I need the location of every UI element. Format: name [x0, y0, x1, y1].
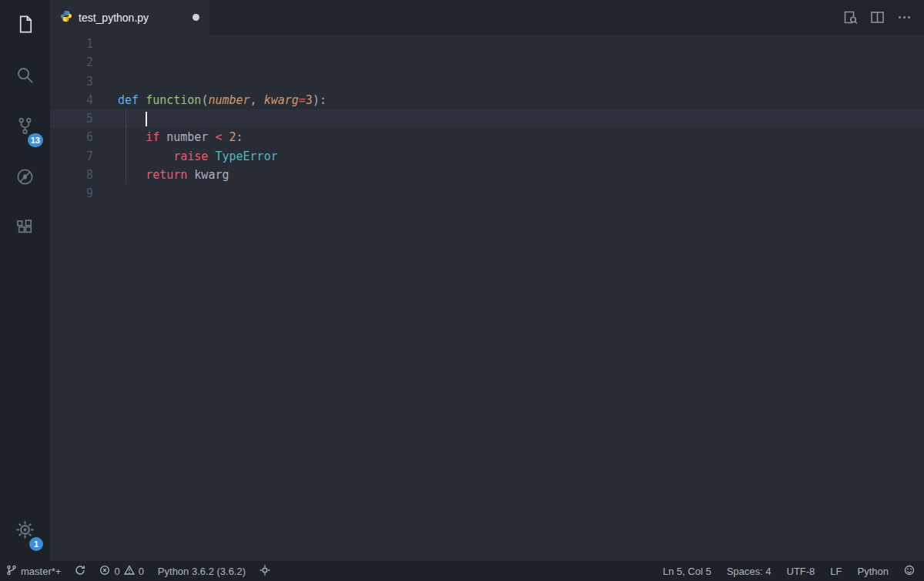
indentation-label: Spaces: 4	[727, 566, 772, 577]
sidebar-item-source-control[interactable]: 13	[0, 102, 50, 153]
line-number: 1	[50, 35, 93, 53]
debug-disabled-icon	[15, 166, 35, 190]
source-control-badge: 13	[28, 133, 43, 147]
python-icon	[60, 10, 72, 25]
feedback-smiley-icon	[904, 565, 915, 578]
code-text: def function(number, kwarg=3):	[93, 91, 326, 109]
code-text	[93, 109, 146, 128]
code-lines: 1234def function(number, kwarg=3):5 6 if…	[50, 35, 924, 203]
line-number: 2	[50, 53, 93, 72]
language-mode-status[interactable]: Python	[858, 566, 889, 577]
warning-count: 0	[139, 566, 144, 577]
code-text: if number < 2:	[93, 128, 243, 146]
code-line[interactable]: 7 raise TypeError	[50, 147, 924, 166]
line-number: 7	[50, 147, 93, 166]
code-line[interactable]: 6 if number < 2:	[50, 128, 924, 146]
line-number: 3	[50, 72, 93, 91]
indentation-status[interactable]: Spaces: 4	[727, 566, 772, 577]
code-text	[93, 184, 118, 203]
line-number: 5	[50, 109, 93, 128]
line-col-label: Ln 5, Col 5	[663, 566, 711, 577]
line-number: 9	[50, 184, 93, 203]
error-count: 0	[114, 566, 119, 577]
extensions-icon	[15, 217, 35, 241]
editor-actions	[843, 0, 924, 35]
split-editor-icon[interactable]	[870, 10, 885, 25]
text-cursor	[146, 112, 147, 126]
sidebar-item-extensions[interactable]	[0, 203, 50, 254]
code-line[interactable]: 5	[50, 109, 924, 128]
settings-button[interactable]: 1	[0, 505, 50, 556]
code-text	[93, 35, 118, 53]
code-line[interactable]: 9	[50, 184, 924, 203]
code-line[interactable]: 4def function(number, kwarg=3):	[50, 91, 924, 109]
activity-bar: 13	[0, 0, 50, 561]
encoding-status[interactable]: UTF-8	[787, 566, 815, 577]
sync-button[interactable]	[75, 565, 85, 578]
branch-label: master*+	[21, 566, 61, 577]
code-line[interactable]: 3	[50, 72, 924, 91]
line-number: 4	[50, 91, 93, 109]
tab-bar: test_python.py	[50, 0, 924, 35]
editor[interactable]: 1234def function(number, kwarg=3):5 6 if…	[50, 35, 924, 561]
more-actions-icon[interactable]	[897, 10, 912, 25]
modified-indicator[interactable]	[192, 14, 199, 21]
files-icon	[15, 14, 35, 38]
code-line[interactable]: 2	[50, 53, 924, 72]
target-button[interactable]	[259, 565, 270, 578]
code-text: raise TypeError	[93, 147, 278, 166]
vscode-window: 13	[0, 0, 924, 581]
eol-label: LF	[830, 566, 842, 577]
cursor-position-status[interactable]: Ln 5, Col 5	[663, 566, 711, 577]
line-number: 6	[50, 128, 93, 146]
search-icon	[15, 65, 35, 89]
eol-status[interactable]: LF	[830, 566, 842, 577]
interpreter-label: Python 3.6.2 (3.6.2)	[158, 566, 246, 577]
settings-badge: 1	[29, 537, 43, 551]
target-icon	[259, 565, 270, 578]
code-text	[93, 53, 118, 72]
sidebar-item-debug[interactable]	[0, 153, 50, 203]
code-text: return kwarg	[93, 166, 229, 184]
problems-status[interactable]: 0 0	[99, 565, 143, 578]
code-text	[93, 72, 118, 91]
python-interpreter-status[interactable]: Python 3.6.2 (3.6.2)	[158, 566, 246, 577]
branch-status[interactable]: master*+	[6, 565, 61, 578]
error-icon	[99, 565, 110, 578]
indent-guide	[126, 109, 126, 184]
tab-label: test_python.py	[79, 12, 186, 24]
sync-icon	[75, 565, 85, 578]
open-preview-icon[interactable]	[843, 10, 858, 25]
feedback-button[interactable]	[904, 565, 915, 578]
line-number: 8	[50, 166, 93, 184]
encoding-label: UTF-8	[787, 566, 815, 577]
warning-icon	[124, 565, 135, 578]
sidebar-item-explorer[interactable]	[0, 0, 50, 51]
code-line[interactable]: 1	[50, 35, 924, 53]
status-bar: master*+ 0	[0, 561, 924, 581]
sidebar-item-search[interactable]	[0, 51, 50, 102]
tab-test-python[interactable]: test_python.py	[50, 0, 209, 35]
language-label: Python	[858, 566, 889, 577]
branch-icon	[6, 565, 17, 578]
code-line[interactable]: 8 return kwarg	[50, 166, 924, 184]
